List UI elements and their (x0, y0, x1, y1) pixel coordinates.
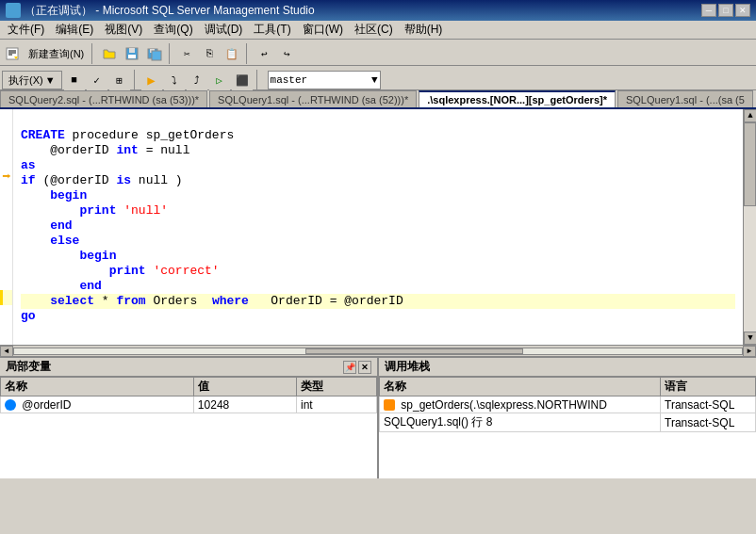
menu-edit[interactable]: 编辑(E) (50, 21, 99, 39)
code-line-13: select * from Orders where OrderID = @or… (21, 294, 735, 309)
debug-step-over[interactable]: ▶ (141, 70, 162, 90)
h-scroll-thumb[interactable] (305, 348, 524, 354)
app-icon (6, 3, 21, 18)
copy-button[interactable]: ⎘ (199, 43, 220, 64)
minimize-button[interactable]: ─ (701, 4, 716, 17)
save-all-button[interactable] (144, 43, 165, 64)
database-dropdown-arrow: ▼ (371, 74, 378, 86)
cs-col-name: 名称 (380, 378, 661, 396)
scroll-up-button[interactable]: ▲ (744, 109, 756, 122)
local-vars-header: 局部变量 📌 ✕ (0, 358, 377, 377)
menu-help[interactable]: 帮助(H) (399, 21, 449, 39)
arrow-marker: ⮕ (0, 170, 12, 185)
svg-rect-6 (129, 48, 135, 53)
menu-file[interactable]: 文件(F) (2, 21, 50, 39)
code-indent-4 (21, 234, 50, 249)
scroll-thumb-v[interactable] (744, 122, 756, 206)
menu-debug[interactable]: 调试(D) (199, 21, 249, 39)
close-button[interactable]: ✕ (735, 4, 750, 17)
call-stack-title: 调用堆栈 (385, 359, 430, 375)
cut-button[interactable]: ✂ (176, 43, 197, 64)
scroll-track-v[interactable] (744, 122, 756, 332)
toolbar-row-1: 新建查询(N) ✂ ⎘ 📋 ↩ ↪ (2, 41, 754, 66)
menu-view[interactable]: 视图(V) (99, 21, 148, 39)
results-button[interactable]: ⊞ (109, 70, 130, 90)
keyword-from: from (116, 294, 145, 309)
gutter-14 (0, 305, 12, 320)
code-line-7: print 'null' (21, 203, 735, 218)
database-selector[interactable]: master ▼ (268, 71, 381, 89)
debug-step-in[interactable]: ⤵ (164, 70, 185, 90)
toolbar-row-2: 执行(X) ▼ ■ ✓ ⊞ ▶ ⤵ ⤴ ▷ ⬛ master ▼ (2, 68, 754, 92)
code-indent-8 (21, 294, 50, 309)
tab-3[interactable]: SQLQuery1.sql - (...(sa (5 (617, 90, 753, 107)
panel-close-button[interactable]: ✕ (358, 361, 371, 374)
save-button[interactable] (122, 43, 142, 64)
keyword-is: is (116, 173, 131, 188)
code-line-15 (21, 324, 735, 339)
vertical-scrollbar[interactable]: ▲ ▼ (743, 109, 756, 345)
code-where-cond: OrderID = @orderID (249, 294, 403, 309)
keyword-print2: print (109, 264, 146, 279)
horizontal-scrollbar[interactable]: ◄ ► (0, 345, 756, 356)
code-select-body: * (94, 294, 116, 309)
code-indent-2 (21, 203, 79, 218)
redo-button[interactable]: ↪ (276, 43, 297, 64)
code-line-9: else (21, 234, 735, 249)
string-null: 'null' (123, 203, 168, 218)
h-scroll-track[interactable] (13, 348, 743, 355)
col-name: 名称 (1, 378, 194, 396)
var-type-0: int (296, 396, 376, 413)
editor-content[interactable]: CREATE procedure sp_getOrders @orderID i… (13, 109, 743, 345)
gutter-11 (0, 260, 12, 275)
keyword-go: go (21, 309, 36, 324)
var-icon-0 (5, 399, 16, 411)
debug-step-out[interactable]: ⤴ (187, 70, 207, 90)
open-button[interactable] (99, 43, 120, 64)
toolbar-separator-2 (169, 43, 173, 64)
menu-window[interactable]: 窗口(W) (297, 21, 349, 39)
scroll-right-button[interactable]: ► (743, 346, 756, 357)
menu-community[interactable]: 社区(C) (349, 21, 399, 39)
parse-button[interactable]: ✓ (87, 70, 107, 90)
col-value: 值 (193, 378, 296, 396)
debug-continue[interactable]: ▷ (209, 70, 230, 90)
tab-label-3: SQLQuery1.sql - (...(sa (5 (626, 94, 745, 105)
menu-tools[interactable]: 工具(T) (248, 21, 296, 39)
tab-2[interactable]: .\sqlexpress.[NOR...][sp_getOrders]* (419, 90, 616, 107)
menu-query[interactable]: 查询(Q) (148, 21, 198, 39)
undo-button[interactable]: ↩ (254, 43, 274, 64)
debug-stop[interactable]: ⬛ (232, 70, 253, 90)
new-query-button[interactable] (2, 43, 23, 64)
panel-pin-button[interactable]: 📌 (343, 361, 356, 374)
cs-lang-0: Transact-SQL (661, 396, 756, 413)
var-value-0: 10248 (193, 396, 296, 413)
code-procedure: procedure sp_getOrders (65, 128, 234, 143)
maximize-button[interactable]: □ (718, 4, 733, 17)
keyword-create: CREATE (21, 128, 65, 143)
code-line-4: as (21, 158, 735, 173)
keyword-print1: print (79, 203, 116, 218)
code-indent-6 (21, 264, 109, 279)
execute-button[interactable]: 执行(X) ▼ (2, 71, 62, 89)
keyword-begin1: begin (50, 188, 87, 203)
code-indent-7 (21, 279, 79, 294)
scroll-down-button[interactable]: ▼ (744, 332, 756, 345)
paste-button[interactable]: 📋 (222, 43, 242, 64)
tab-0[interactable]: SQLQuery2.sql - (...RTHWIND (sa (53)))* (0, 90, 207, 107)
keyword-begin2: begin (79, 249, 116, 264)
tab-label-1: SQLQuery1.sql - (...RTHWIND (sa (52)))* (218, 94, 408, 105)
tab-1[interactable]: SQLQuery1.sql - (...RTHWIND (sa (52)))* (209, 90, 417, 107)
code-null: = null (139, 143, 190, 158)
code-line-12: end (21, 279, 735, 294)
code-indent-1 (21, 188, 50, 203)
title-bar: （正在调试） - Microsoft SQL Server Management… (0, 0, 756, 21)
scroll-left-button[interactable]: ◄ (0, 346, 13, 357)
cs-row-0: sp_getOrders(.\sqlexpress.NORTHWIND Tran… (380, 396, 756, 413)
tab-label-0: SQLQuery2.sql - (...RTHWIND (sa (53)))* (8, 94, 199, 105)
stop-button[interactable]: ■ (64, 70, 85, 90)
code-indent-3 (21, 218, 50, 234)
keyword-select: select (50, 294, 94, 309)
database-dropdown[interactable]: master ▼ (268, 71, 381, 89)
gutter-7 (0, 200, 12, 215)
